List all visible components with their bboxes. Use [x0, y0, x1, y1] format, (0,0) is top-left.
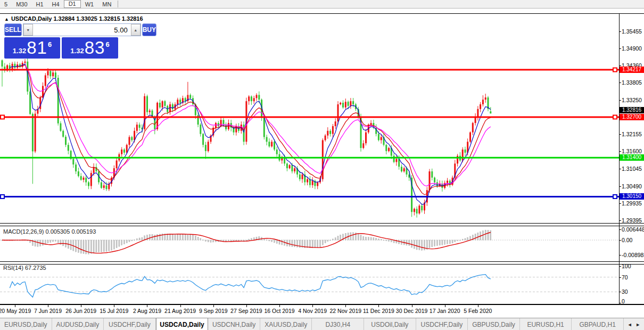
one-click-trading-panel: SELL ▼ ▲ BUY 1.32 81 6 1.32 83 6: [4, 23, 120, 59]
macd-rsi-separator[interactable]: [0, 261, 644, 265]
time-axis-label: 11 Dec 2019: [360, 308, 397, 314]
price-axis-label: 1.31600: [622, 148, 642, 154]
candle-body: [416, 209, 418, 213]
buy-price-pip: 6: [105, 40, 109, 48]
candle-body: [80, 176, 82, 180]
candle-body: [35, 114, 36, 152]
candle-body: [78, 171, 79, 176]
candle-body: [352, 101, 354, 104]
tab-scroll-left-icon[interactable]: ◄: [628, 322, 632, 327]
candle-body: [75, 164, 77, 171]
macd-indicator-label: MACD(12,26,9) 0.005305 0.005193: [3, 228, 96, 235]
candle-body: [365, 133, 367, 144]
candle-body: [253, 98, 255, 101]
symbol-tab-gbpusd-daily[interactable]: GBPUSD,Daily: [468, 318, 520, 330]
price-axis-label: 1.31045: [622, 166, 642, 172]
symbol-tab-eurusd-h1[interactable]: EURUSD,H1: [520, 318, 572, 330]
rsi-line: [10, 275, 491, 298]
candle-body: [350, 101, 351, 106]
symbol-tab-gbpaud-h1[interactable]: GBPAUD,H1: [572, 318, 624, 330]
candle-body: [208, 142, 209, 151]
volume-spinner: ▼ ▲: [23, 23, 141, 36]
macd-axis-tick: [619, 255, 621, 255]
volume-increase-button[interactable]: ▲: [131, 24, 141, 36]
time-axis-label: 26 Jun 2019: [62, 308, 100, 314]
symbol-tab-audusd-daily[interactable]: AUDUSD,Daily: [52, 318, 104, 330]
candle-body: [189, 95, 191, 98]
candle-body: [429, 171, 431, 190]
hline-handle[interactable]: [1, 195, 4, 199]
volume-input[interactable]: [33, 24, 131, 36]
rsi-axis-label: 0: [622, 298, 625, 304]
time-axis-tick: [412, 305, 412, 307]
time-axis-tick: [48, 305, 48, 307]
hline-handle[interactable]: [613, 116, 617, 119]
symbol-tab-usdchf-daily[interactable]: USDCHF,Daily: [104, 318, 156, 330]
symbol-tab-xauusd-daily[interactable]: XAUUSD,Daily: [260, 318, 312, 330]
candle-body: [345, 102, 346, 108]
macd-axis-label: 0.00: [622, 237, 632, 243]
ma-fast-line: [10, 64, 491, 204]
hline-handle[interactable]: [613, 68, 617, 72]
chart-title: ▲USDCAD,Daily 1.32884 1.33025 1.32815 1.…: [4, 15, 143, 22]
time-axis-label: 20 May 2019: [0, 308, 34, 314]
candle-body: [480, 104, 481, 109]
candle-body: [222, 120, 224, 125]
price-axis-label: 1.32155: [622, 131, 642, 137]
candle-body: [465, 150, 466, 153]
candle-body: [52, 72, 54, 76]
sell-button[interactable]: SELL: [4, 23, 22, 36]
price-axis-label: 1.29935: [622, 200, 642, 207]
time-axis-tick: [478, 305, 478, 307]
candle-body: [205, 145, 207, 151]
candle-body: [251, 96, 252, 101]
time-axis-tick: [279, 305, 280, 307]
candle-body: [271, 142, 273, 146]
candle-body: [335, 121, 336, 126]
price-axis-label: 1.33250: [622, 97, 642, 103]
price-axis-tick: [619, 220, 621, 221]
rsi-axis-tick: [619, 277, 621, 278]
symbol-tab-usdcnh-daily[interactable]: USDCNH,Daily: [208, 318, 260, 330]
candle-body: [436, 183, 438, 186]
price-axis-tick: [619, 151, 621, 152]
main-macd-separator[interactable]: [0, 223, 644, 226]
candle-body: [62, 131, 64, 137]
buy-quote[interactable]: 1.32 83 6: [62, 37, 118, 59]
sell-quote[interactable]: 1.32 81 6: [4, 37, 60, 59]
buy-price-prefix: 1.32: [70, 47, 84, 55]
candle-body: [93, 167, 95, 173]
candle-body: [403, 168, 405, 171]
symbol-tab-usdcad-daily[interactable]: USDCAD,Daily: [156, 318, 209, 330]
candle-body: [83, 178, 85, 180]
candle-body: [47, 71, 49, 75]
price-axis-tick: [619, 82, 621, 83]
candle-body: [179, 100, 181, 103]
candle-body: [129, 137, 130, 145]
time-axis-label: 16 Oct 2019: [261, 308, 298, 314]
candle-body: [49, 71, 51, 76]
volume-decrease-button[interactable]: ▼: [23, 24, 33, 36]
candle-body: [215, 123, 217, 128]
candle-body: [385, 145, 387, 151]
symbol-tab-usdchf-daily[interactable]: USDCHF,Daily: [416, 318, 468, 330]
hline-handle[interactable]: [1, 116, 4, 119]
symbol-tab-eurusd-daily[interactable]: EURUSD,Daily: [0, 318, 52, 330]
candle-body: [307, 179, 308, 183]
candle-body: [14, 64, 15, 68]
buy-button[interactable]: BUY: [142, 23, 156, 36]
symbol-tab-dj30-h4[interactable]: DJ30,H4: [312, 318, 364, 330]
candle-body: [302, 175, 303, 179]
time-axis-tick: [15, 305, 15, 307]
candle-body: [289, 165, 291, 168]
candle-body: [162, 101, 163, 108]
candle-body: [332, 126, 334, 134]
collapse-triangle-icon[interactable]: ▲: [4, 16, 9, 22]
symbol-tab-usdoil-daily[interactable]: USDOil,Daily: [364, 318, 416, 330]
candle-body: [268, 142, 270, 146]
hline-handle[interactable]: [613, 195, 617, 199]
candle-body: [472, 123, 474, 133]
tab-scroll-right-icon[interactable]: ►: [635, 322, 640, 327]
candle-body: [299, 175, 301, 179]
candle-body: [393, 156, 395, 162]
